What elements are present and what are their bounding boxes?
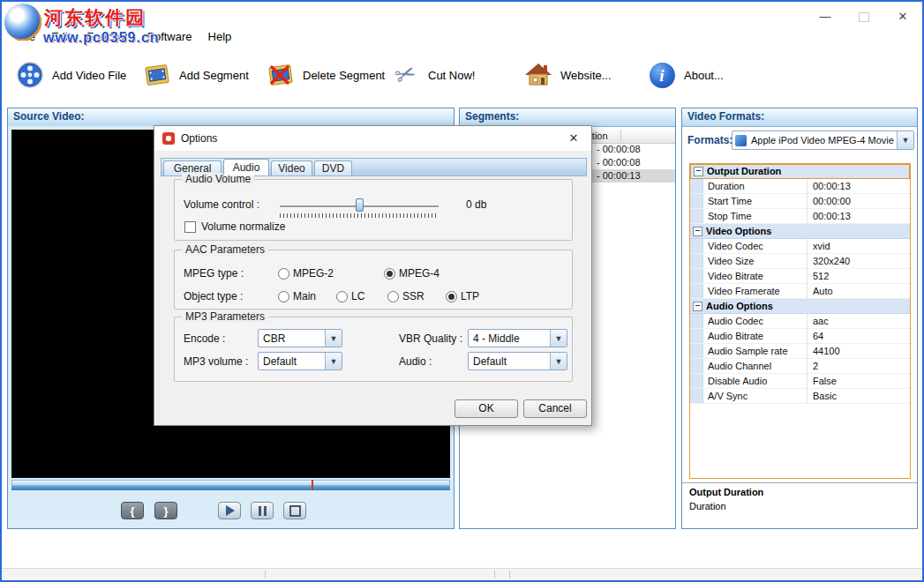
source-video-panel-title: Source Video:	[8, 108, 454, 127]
property-row[interactable]: Audio Sample rate44100	[690, 344, 910, 359]
radio-mpeg2[interactable]	[278, 268, 289, 280]
chevron-down-icon[interactable]: ▼	[325, 353, 342, 369]
property-row[interactable]: Start Time00:00:00	[690, 194, 910, 209]
chevron-down-icon[interactable]: ▼	[550, 330, 567, 347]
mp3-volume-select[interactable]: Default ▼	[258, 352, 342, 370]
menu-file[interactable]: File	[9, 28, 43, 45]
delete-segment-button[interactable]: Delete Segment	[265, 58, 385, 92]
volume-normalize-checkbox[interactable]	[184, 221, 196, 233]
menu-edit[interactable]: Edit	[43, 28, 79, 45]
audio-select-value: Default	[469, 355, 550, 368]
radio-ltp-label: LTP	[461, 290, 479, 302]
audio-volume-group: Audio Volume Volume control : 0 db Volum…	[174, 179, 573, 241]
film-reel-icon	[14, 59, 46, 91]
description-text: Duration	[689, 501, 726, 511]
tab-dvd[interactable]: DVD	[314, 160, 352, 175]
close-button[interactable]: ✕	[890, 9, 916, 25]
slider-thumb[interactable]	[356, 198, 364, 212]
object-type-label: Object type :	[184, 290, 243, 302]
house-icon	[522, 59, 554, 91]
dialog-tabstrip: General Audio Video DVD	[161, 158, 587, 176]
mpeg-type-label: MPEG type :	[184, 267, 244, 280]
film-delete-icon	[265, 59, 297, 91]
collapse-icon[interactable]	[694, 167, 703, 176]
radio-lc-label: LC	[351, 290, 364, 302]
property-row[interactable]: Disable AudioFalse	[690, 374, 910, 389]
about-button[interactable]: i About...	[646, 58, 724, 92]
property-row[interactable]: Video Size320x240	[690, 254, 910, 269]
mp3-volume-label: MP3 volume :	[184, 355, 248, 368]
radio-ltp[interactable]	[446, 291, 457, 302]
add-video-file-button[interactable]: Add Video File	[14, 58, 126, 92]
vbr-quality-select[interactable]: 4 - Middle ▼	[468, 329, 567, 347]
description-splitter[interactable]	[682, 482, 917, 483]
property-row[interactable]: Video Codecxvid	[690, 239, 910, 254]
toolbar-label: Cut Now!	[428, 69, 475, 82]
video-formats-panel-title: Video Formats:	[682, 108, 917, 127]
dialog-close-button[interactable]: ✕	[565, 130, 582, 147]
info-icon: i	[646, 59, 678, 91]
aac-parameters-group: AAC Parameters MPEG type : MPEG-2 MPEG-4…	[174, 250, 573, 310]
collapse-icon[interactable]	[693, 302, 702, 311]
property-row[interactable]: Audio Channel2	[690, 359, 910, 374]
property-row[interactable]: Audio Codecaac	[690, 314, 910, 329]
add-segment-button[interactable]: Add Segment	[141, 58, 249, 92]
property-row[interactable]: Stop Time00:00:13	[690, 209, 910, 224]
statusbar-separator	[494, 571, 495, 578]
website-button[interactable]: Website...	[522, 58, 612, 92]
property-group[interactable]: Audio Options	[690, 299, 910, 314]
toolbar: Add Video File Add Segment	[2, 46, 922, 104]
toolbar-label: About...	[684, 69, 724, 82]
property-row[interactable]: Duration00:00:13	[690, 179, 910, 194]
property-row[interactable]: Video Bitrate512	[690, 269, 910, 284]
ok-button[interactable]: OK	[454, 399, 518, 418]
collapse-icon[interactable]	[693, 227, 702, 236]
minimize-button[interactable]: —	[812, 9, 838, 25]
toolbar-label: Add Video File	[52, 69, 126, 82]
cancel-button[interactable]: Cancel	[523, 399, 587, 418]
stop-icon	[289, 505, 301, 517]
property-group[interactable]: Video Options	[690, 224, 910, 239]
mp3-volume-value: Default	[259, 355, 325, 368]
volume-slider[interactable]	[278, 192, 440, 220]
seek-position-marker[interactable]	[312, 480, 313, 490]
menu-software[interactable]: Software	[139, 28, 199, 45]
radio-lc[interactable]	[336, 291, 348, 302]
encode-select[interactable]: CBR ▼	[258, 329, 342, 347]
aac-group-label: AAC Parameters	[182, 243, 268, 256]
property-row[interactable]: A/V SyncBasic	[690, 389, 910, 404]
cut-now-button[interactable]: ✂ Cut Now!	[390, 58, 475, 92]
format-select[interactable]: Apple iPod Video MPEG-4 Movie ( ▼	[732, 131, 914, 150]
property-group[interactable]: Output Duration	[690, 164, 910, 179]
radio-ssr[interactable]	[387, 291, 399, 302]
scissors-icon: ✂	[390, 59, 422, 91]
seek-bar[interactable]	[11, 480, 450, 490]
chevron-down-icon[interactable]: ▼	[550, 353, 567, 369]
mark-end-icon: }	[163, 505, 168, 517]
menu-function[interactable]: Function	[79, 28, 139, 45]
chevron-down-icon[interactable]: ▼	[897, 131, 913, 149]
radio-mpeg4[interactable]	[384, 268, 395, 280]
tab-video[interactable]: Video	[271, 160, 312, 175]
dialog-title: Options	[181, 126, 217, 151]
vbr-quality-label: VBR Quality :	[399, 332, 462, 345]
maximize-button[interactable]	[851, 9, 877, 25]
property-row[interactable]: Video FramerateAuto	[690, 284, 910, 299]
pause-button[interactable]	[251, 502, 274, 519]
tab-audio[interactable]: Audio	[223, 159, 269, 175]
property-row[interactable]: Audio Bitrate64	[690, 329, 910, 344]
audio-select[interactable]: Default ▼	[468, 352, 567, 370]
mark-start-button[interactable]: {	[121, 502, 144, 519]
volume-control-label: Volume control :	[184, 198, 259, 211]
volume-normalize-label: Volume normalize	[201, 220, 285, 233]
play-button[interactable]	[218, 502, 241, 519]
segments-panel-title: Segments:	[460, 108, 675, 127]
property-grid: Output Duration Duration00:00:13 Start T…	[689, 163, 911, 479]
menu-help[interactable]: Help	[200, 28, 240, 45]
chevron-down-icon[interactable]: ▼	[325, 330, 342, 347]
radio-main[interactable]	[278, 291, 289, 302]
mark-end-button[interactable]: }	[154, 502, 177, 519]
encode-value: CBR	[259, 332, 325, 345]
stop-button[interactable]	[283, 502, 306, 519]
statusbar	[2, 568, 922, 580]
